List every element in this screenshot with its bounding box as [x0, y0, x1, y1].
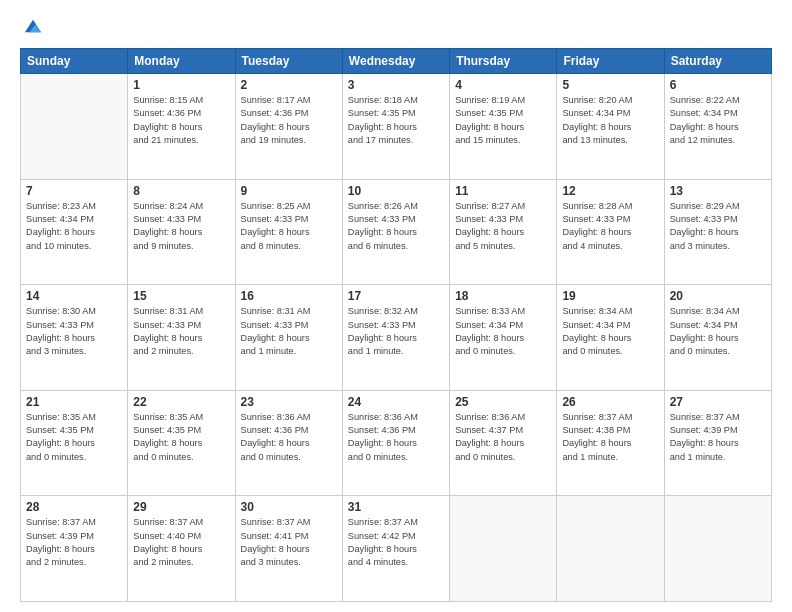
day-info: Sunrise: 8:29 AMSunset: 4:33 PMDaylight:… — [670, 200, 766, 253]
calendar: SundayMondayTuesdayWednesdayThursdayFrid… — [20, 48, 772, 602]
calendar-cell: 2Sunrise: 8:17 AMSunset: 4:36 PMDaylight… — [235, 74, 342, 180]
day-info: Sunrise: 8:27 AMSunset: 4:33 PMDaylight:… — [455, 200, 551, 253]
day-info: Sunrise: 8:37 AMSunset: 4:39 PMDaylight:… — [670, 411, 766, 464]
calendar-cell: 16Sunrise: 8:31 AMSunset: 4:33 PMDayligh… — [235, 285, 342, 391]
weekday-tuesday: Tuesday — [235, 49, 342, 74]
week-row-3: 21Sunrise: 8:35 AMSunset: 4:35 PMDayligh… — [21, 390, 772, 496]
day-number: 29 — [133, 500, 229, 514]
day-info: Sunrise: 8:32 AMSunset: 4:33 PMDaylight:… — [348, 305, 444, 358]
calendar-cell: 31Sunrise: 8:37 AMSunset: 4:42 PMDayligh… — [342, 496, 449, 602]
day-number: 5 — [562, 78, 658, 92]
day-number: 24 — [348, 395, 444, 409]
day-info: Sunrise: 8:37 AMSunset: 4:42 PMDaylight:… — [348, 516, 444, 569]
calendar-cell: 13Sunrise: 8:29 AMSunset: 4:33 PMDayligh… — [664, 179, 771, 285]
calendar-cell: 15Sunrise: 8:31 AMSunset: 4:33 PMDayligh… — [128, 285, 235, 391]
calendar-cell: 19Sunrise: 8:34 AMSunset: 4:34 PMDayligh… — [557, 285, 664, 391]
calendar-cell: 29Sunrise: 8:37 AMSunset: 4:40 PMDayligh… — [128, 496, 235, 602]
calendar-cell: 27Sunrise: 8:37 AMSunset: 4:39 PMDayligh… — [664, 390, 771, 496]
logo-icon — [22, 16, 44, 38]
calendar-cell: 30Sunrise: 8:37 AMSunset: 4:41 PMDayligh… — [235, 496, 342, 602]
day-number: 26 — [562, 395, 658, 409]
weekday-saturday: Saturday — [664, 49, 771, 74]
day-info: Sunrise: 8:23 AMSunset: 4:34 PMDaylight:… — [26, 200, 122, 253]
day-info: Sunrise: 8:33 AMSunset: 4:34 PMDaylight:… — [455, 305, 551, 358]
day-number: 8 — [133, 184, 229, 198]
weekday-header-row: SundayMondayTuesdayWednesdayThursdayFrid… — [21, 49, 772, 74]
calendar-cell: 3Sunrise: 8:18 AMSunset: 4:35 PMDaylight… — [342, 74, 449, 180]
day-number: 9 — [241, 184, 337, 198]
day-info: Sunrise: 8:22 AMSunset: 4:34 PMDaylight:… — [670, 94, 766, 147]
calendar-cell: 5Sunrise: 8:20 AMSunset: 4:34 PMDaylight… — [557, 74, 664, 180]
calendar-cell: 22Sunrise: 8:35 AMSunset: 4:35 PMDayligh… — [128, 390, 235, 496]
calendar-cell: 8Sunrise: 8:24 AMSunset: 4:33 PMDaylight… — [128, 179, 235, 285]
calendar-cell: 26Sunrise: 8:37 AMSunset: 4:38 PMDayligh… — [557, 390, 664, 496]
page: SundayMondayTuesdayWednesdayThursdayFrid… — [0, 0, 792, 612]
day-info: Sunrise: 8:31 AMSunset: 4:33 PMDaylight:… — [241, 305, 337, 358]
day-number: 17 — [348, 289, 444, 303]
calendar-cell: 17Sunrise: 8:32 AMSunset: 4:33 PMDayligh… — [342, 285, 449, 391]
calendar-cell: 12Sunrise: 8:28 AMSunset: 4:33 PMDayligh… — [557, 179, 664, 285]
day-number: 6 — [670, 78, 766, 92]
day-number: 18 — [455, 289, 551, 303]
calendar-cell: 20Sunrise: 8:34 AMSunset: 4:34 PMDayligh… — [664, 285, 771, 391]
day-info: Sunrise: 8:18 AMSunset: 4:35 PMDaylight:… — [348, 94, 444, 147]
week-row-1: 7Sunrise: 8:23 AMSunset: 4:34 PMDaylight… — [21, 179, 772, 285]
week-row-2: 14Sunrise: 8:30 AMSunset: 4:33 PMDayligh… — [21, 285, 772, 391]
day-number: 13 — [670, 184, 766, 198]
day-info: Sunrise: 8:24 AMSunset: 4:33 PMDaylight:… — [133, 200, 229, 253]
day-number: 10 — [348, 184, 444, 198]
day-number: 12 — [562, 184, 658, 198]
day-info: Sunrise: 8:36 AMSunset: 4:36 PMDaylight:… — [348, 411, 444, 464]
day-number: 19 — [562, 289, 658, 303]
day-number: 25 — [455, 395, 551, 409]
day-info: Sunrise: 8:15 AMSunset: 4:36 PMDaylight:… — [133, 94, 229, 147]
calendar-cell: 4Sunrise: 8:19 AMSunset: 4:35 PMDaylight… — [450, 74, 557, 180]
day-info: Sunrise: 8:37 AMSunset: 4:39 PMDaylight:… — [26, 516, 122, 569]
day-number: 20 — [670, 289, 766, 303]
day-number: 2 — [241, 78, 337, 92]
day-number: 30 — [241, 500, 337, 514]
day-info: Sunrise: 8:37 AMSunset: 4:41 PMDaylight:… — [241, 516, 337, 569]
calendar-cell: 6Sunrise: 8:22 AMSunset: 4:34 PMDaylight… — [664, 74, 771, 180]
day-info: Sunrise: 8:36 AMSunset: 4:37 PMDaylight:… — [455, 411, 551, 464]
weekday-sunday: Sunday — [21, 49, 128, 74]
day-number: 7 — [26, 184, 122, 198]
logo-text — [20, 18, 44, 38]
calendar-cell — [450, 496, 557, 602]
day-info: Sunrise: 8:37 AMSunset: 4:40 PMDaylight:… — [133, 516, 229, 569]
calendar-cell: 7Sunrise: 8:23 AMSunset: 4:34 PMDaylight… — [21, 179, 128, 285]
calendar-cell: 23Sunrise: 8:36 AMSunset: 4:36 PMDayligh… — [235, 390, 342, 496]
day-info: Sunrise: 8:34 AMSunset: 4:34 PMDaylight:… — [670, 305, 766, 358]
calendar-cell: 14Sunrise: 8:30 AMSunset: 4:33 PMDayligh… — [21, 285, 128, 391]
day-info: Sunrise: 8:25 AMSunset: 4:33 PMDaylight:… — [241, 200, 337, 253]
day-info: Sunrise: 8:20 AMSunset: 4:34 PMDaylight:… — [562, 94, 658, 147]
calendar-cell: 10Sunrise: 8:26 AMSunset: 4:33 PMDayligh… — [342, 179, 449, 285]
weekday-wednesday: Wednesday — [342, 49, 449, 74]
day-number: 31 — [348, 500, 444, 514]
day-info: Sunrise: 8:34 AMSunset: 4:34 PMDaylight:… — [562, 305, 658, 358]
calendar-cell — [557, 496, 664, 602]
day-number: 3 — [348, 78, 444, 92]
calendar-cell: 28Sunrise: 8:37 AMSunset: 4:39 PMDayligh… — [21, 496, 128, 602]
day-number: 11 — [455, 184, 551, 198]
day-info: Sunrise: 8:30 AMSunset: 4:33 PMDaylight:… — [26, 305, 122, 358]
day-number: 1 — [133, 78, 229, 92]
day-number: 4 — [455, 78, 551, 92]
day-number: 21 — [26, 395, 122, 409]
calendar-cell — [664, 496, 771, 602]
day-info: Sunrise: 8:35 AMSunset: 4:35 PMDaylight:… — [26, 411, 122, 464]
day-info: Sunrise: 8:36 AMSunset: 4:36 PMDaylight:… — [241, 411, 337, 464]
day-number: 15 — [133, 289, 229, 303]
day-number: 23 — [241, 395, 337, 409]
calendar-cell: 1Sunrise: 8:15 AMSunset: 4:36 PMDaylight… — [128, 74, 235, 180]
calendar-cell — [21, 74, 128, 180]
calendar-cell: 11Sunrise: 8:27 AMSunset: 4:33 PMDayligh… — [450, 179, 557, 285]
day-info: Sunrise: 8:35 AMSunset: 4:35 PMDaylight:… — [133, 411, 229, 464]
calendar-cell: 21Sunrise: 8:35 AMSunset: 4:35 PMDayligh… — [21, 390, 128, 496]
day-info: Sunrise: 8:19 AMSunset: 4:35 PMDaylight:… — [455, 94, 551, 147]
week-row-0: 1Sunrise: 8:15 AMSunset: 4:36 PMDaylight… — [21, 74, 772, 180]
day-info: Sunrise: 8:28 AMSunset: 4:33 PMDaylight:… — [562, 200, 658, 253]
day-info: Sunrise: 8:37 AMSunset: 4:38 PMDaylight:… — [562, 411, 658, 464]
day-info: Sunrise: 8:26 AMSunset: 4:33 PMDaylight:… — [348, 200, 444, 253]
logo — [20, 18, 44, 38]
